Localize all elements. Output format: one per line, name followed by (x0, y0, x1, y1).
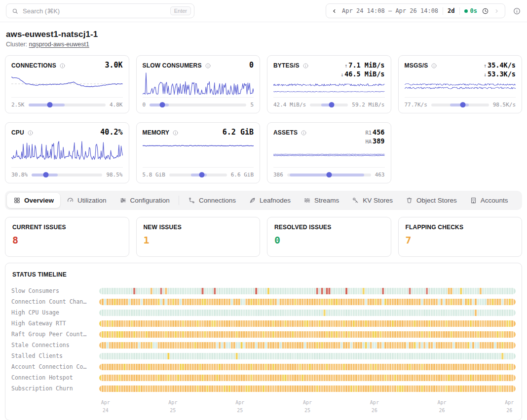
metric-value-prefix: R1 (365, 130, 372, 136)
tab-kv-stores[interactable]: KV Stores (345, 193, 399, 208)
metric-card-slow-consumers: SLOW CONSUMERS005 (136, 55, 261, 113)
metric-title: MSGS/S (405, 61, 438, 69)
timeline-axis: Apr24Apr25Apr25Apr25Apr26Apr26Apr26 (99, 399, 516, 414)
metric-values: 6.2 GiB (223, 128, 254, 137)
timeline-bar[interactable] (99, 331, 516, 338)
range-slider[interactable]: 05 (143, 98, 254, 108)
slider-fill (29, 104, 65, 106)
timeline-bar-stripes (99, 320, 516, 327)
info-icon[interactable] (172, 130, 179, 136)
chevron-left-icon[interactable] (331, 8, 338, 14)
slider-handle[interactable] (159, 102, 165, 107)
tab-overview[interactable]: Overview (7, 193, 60, 208)
axis-tick-day: 25 (168, 407, 177, 415)
timeline-bar[interactable] (99, 299, 516, 305)
timeline-bar[interactable] (99, 288, 516, 294)
tab-divider (179, 196, 179, 205)
slider-track[interactable] (169, 174, 227, 176)
slider-handle[interactable] (43, 172, 48, 177)
timeline-row-label: Slow Consumers (11, 287, 99, 294)
main-content: aws-euwest1-natscj1-1 Cluster: ngsprod-a… (0, 30, 527, 420)
slider-handle[interactable] (326, 172, 332, 177)
metric-values: 3.0K (105, 61, 122, 70)
slider-handle[interactable] (460, 102, 466, 107)
metric-value: 3.0K (105, 61, 122, 70)
timeline-bar[interactable] (99, 375, 516, 381)
sparkline (11, 71, 123, 96)
issue-count: 1 (144, 234, 253, 246)
timeline-bar[interactable] (99, 320, 516, 327)
range-min-label: 42.4 MiB/s (273, 102, 306, 108)
tab-connections[interactable]: Connections (182, 193, 242, 208)
slider-track[interactable] (431, 104, 489, 106)
metric-card-header: ASSETSR1456HA389 (273, 128, 385, 145)
issue-count: 8 (12, 234, 122, 246)
slider-track[interactable] (150, 104, 246, 106)
slider-track[interactable] (29, 104, 106, 106)
clock-icon[interactable] (482, 7, 489, 15)
range-slider[interactable]: 5.8 GiB6.6 GiB (143, 168, 254, 178)
tab-streams[interactable]: Streams (297, 193, 345, 208)
search-input[interactable]: Search (⌘K) Enter (6, 3, 194, 18)
timeline-row: Stale Connections (11, 340, 516, 350)
range-slider[interactable]: 2.5K4.8K (11, 98, 123, 108)
chevron-right-icon[interactable] (493, 8, 500, 14)
timeline-bar[interactable] (99, 364, 516, 370)
tab-label: Leafnodes (260, 197, 291, 204)
waves-icon (303, 197, 311, 204)
metric-value: ↑7.1 MiB/s (340, 61, 385, 70)
slider-handle[interactable] (329, 102, 335, 107)
slider-handle[interactable] (199, 172, 205, 177)
info-icon[interactable] (59, 63, 66, 69)
issue-title: CURRENT ISSUES (12, 224, 122, 231)
range-slider[interactable]: 77.7K/s98.5K/s (405, 98, 516, 108)
cluster-link[interactable]: ngsprod-aws-euwest1 (29, 41, 89, 48)
timeline-bar[interactable] (99, 353, 516, 359)
sparkline-area (273, 80, 385, 96)
metric-value-text: 456 (373, 128, 384, 136)
tab-configuration[interactable]: Configuration (113, 193, 176, 208)
sparkline (273, 80, 385, 96)
range-max-label: 6.6 GiB (231, 172, 254, 178)
timeline-row: Stalled Clients (11, 350, 516, 361)
cluster-line: Cluster: ngsprod-aws-euwest1 (6, 41, 522, 48)
tab-object-stores[interactable]: Object Stores (399, 193, 463, 208)
tab-utilization[interactable]: Utilization (60, 193, 113, 208)
topbar: Search (⌘K) Enter Apr 24 14:08 — Apr 26 … (0, 0, 527, 22)
tab-label: Object Stores (416, 197, 457, 204)
info-icon[interactable] (302, 63, 309, 69)
range-slider[interactable]: 30.8%98.5% (11, 168, 123, 178)
tab-label: Configuration (130, 197, 170, 204)
info-icon[interactable] (513, 7, 521, 15)
timeline-bar[interactable] (99, 310, 516, 316)
slider-handle[interactable] (47, 102, 53, 107)
slider-track[interactable] (287, 174, 371, 176)
info-icon[interactable] (301, 130, 307, 136)
date-range-picker[interactable]: Apr 24 14:08 — Apr 26 14:08 2d 0s (326, 3, 505, 18)
sparkline-area (143, 71, 254, 96)
timeline-row: Account Connection Co… (11, 361, 516, 372)
issue-title: NEW ISSUES (144, 224, 253, 231)
metric-title-label: CPU (11, 129, 24, 136)
metric-values: ↑35.4K/s↓53.3K/s (484, 61, 516, 78)
tab-accounts[interactable]: Accounts (463, 193, 515, 208)
range-slider[interactable]: 386463 (273, 168, 385, 178)
range-slider[interactable]: 42.4 MiB/s59.2 MiB/s (273, 98, 385, 108)
metric-value-text: 0 (249, 61, 254, 70)
timeline-bar[interactable] (99, 385, 516, 392)
metric-value-prefix: ↓ (340, 71, 343, 77)
timeline-bar[interactable] (99, 342, 516, 349)
metric-title: MEMORY (143, 128, 179, 136)
info-icon[interactable] (27, 130, 34, 136)
metric-value: ↓53.3K/s (484, 70, 516, 78)
tab-leafnodes[interactable]: Leafnodes (242, 193, 297, 208)
metric-title-label: MEMORY (143, 129, 170, 136)
duration-badge: 2d (448, 7, 454, 14)
info-icon[interactable] (205, 63, 211, 69)
slider-track[interactable] (310, 104, 348, 106)
info-icon[interactable] (431, 63, 437, 69)
metric-value-text: 35.4K/s (488, 61, 516, 69)
metric-title-label: ASSETS (273, 129, 298, 136)
range-min-label: 5.8 GiB (143, 172, 165, 178)
slider-track[interactable] (32, 174, 102, 176)
